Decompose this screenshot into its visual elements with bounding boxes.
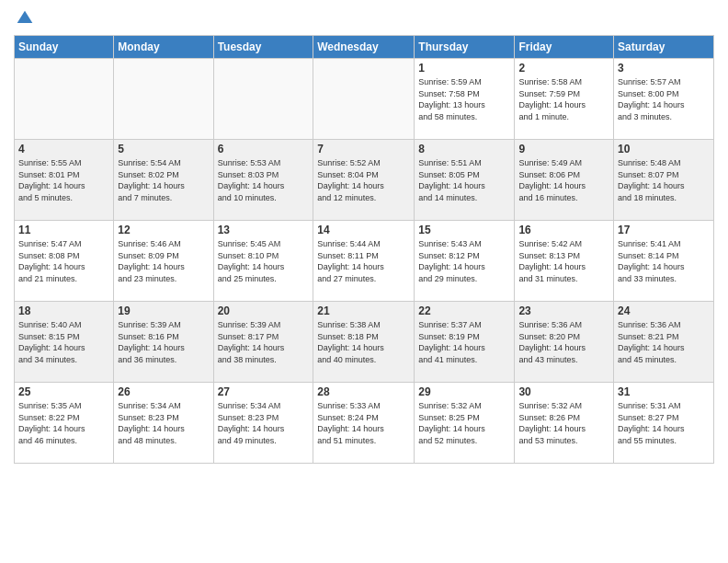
day-number: 21 [317, 304, 410, 317]
day-info: Sunrise: 5:39 AM Sunset: 8:16 PM Dayligh… [118, 319, 209, 365]
day-number: 19 [118, 304, 209, 317]
day-number: 12 [118, 224, 209, 236]
day-number: 24 [618, 304, 710, 317]
day-number: 11 [18, 224, 109, 236]
calendar-table: SundayMondayTuesdayWednesdayThursdayFrid… [14, 35, 714, 464]
col-header-sunday: Sunday [15, 36, 114, 59]
day-number: 4 [18, 143, 109, 155]
calendar-cell: 29Sunrise: 5:32 AM Sunset: 8:25 PM Dayli… [415, 383, 515, 464]
day-info: Sunrise: 5:37 AM Sunset: 8:19 PM Dayligh… [418, 319, 510, 365]
logo [14, 9, 34, 28]
day-number: 18 [18, 304, 109, 317]
day-number: 29 [418, 385, 510, 398]
calendar-cell [213, 59, 313, 140]
calendar-cell: 18Sunrise: 5:40 AM Sunset: 8:15 PM Dayli… [15, 302, 114, 383]
day-info: Sunrise: 5:47 AM Sunset: 8:08 PM Dayligh… [18, 238, 109, 284]
day-number: 8 [418, 143, 510, 155]
calendar-cell: 6Sunrise: 5:53 AM Sunset: 8:03 PM Daylig… [213, 140, 313, 221]
day-info: Sunrise: 5:55 AM Sunset: 8:01 PM Dayligh… [18, 157, 109, 203]
calendar-cell: 24Sunrise: 5:36 AM Sunset: 8:21 PM Dayli… [614, 302, 714, 383]
day-number: 16 [518, 224, 609, 236]
day-number: 15 [418, 224, 510, 236]
calendar-cell: 28Sunrise: 5:33 AM Sunset: 8:24 PM Dayli… [313, 383, 415, 464]
calendar-cell: 15Sunrise: 5:43 AM Sunset: 8:12 PM Dayli… [415, 221, 515, 302]
calendar-week-3: 11Sunrise: 5:47 AM Sunset: 8:08 PM Dayli… [15, 221, 714, 302]
calendar-cell: 3Sunrise: 5:57 AM Sunset: 8:00 PM Daylig… [614, 59, 714, 140]
calendar-week-4: 18Sunrise: 5:40 AM Sunset: 8:15 PM Dayli… [15, 302, 714, 383]
day-info: Sunrise: 5:46 AM Sunset: 8:09 PM Dayligh… [118, 238, 209, 284]
calendar-cell [313, 59, 415, 140]
col-header-friday: Friday [515, 36, 614, 59]
day-info: Sunrise: 5:53 AM Sunset: 8:03 PM Dayligh… [218, 157, 310, 203]
day-number: 28 [317, 385, 410, 398]
day-number: 26 [118, 385, 209, 398]
calendar-week-1: 1Sunrise: 5:59 AM Sunset: 7:58 PM Daylig… [15, 59, 714, 140]
day-info: Sunrise: 5:44 AM Sunset: 8:11 PM Dayligh… [317, 238, 410, 284]
day-info: Sunrise: 5:41 AM Sunset: 8:14 PM Dayligh… [618, 238, 710, 284]
day-info: Sunrise: 5:31 AM Sunset: 8:27 PM Dayligh… [618, 400, 710, 446]
logo-icon [16, 9, 34, 28]
day-info: Sunrise: 5:57 AM Sunset: 8:00 PM Dayligh… [618, 76, 710, 122]
day-info: Sunrise: 5:35 AM Sunset: 8:22 PM Dayligh… [18, 400, 109, 446]
calendar-cell: 12Sunrise: 5:46 AM Sunset: 8:09 PM Dayli… [114, 221, 213, 302]
day-number: 6 [218, 143, 310, 155]
day-number: 22 [418, 304, 510, 317]
calendar-cell: 23Sunrise: 5:36 AM Sunset: 8:20 PM Dayli… [515, 302, 614, 383]
calendar-cell: 25Sunrise: 5:35 AM Sunset: 8:22 PM Dayli… [15, 383, 114, 464]
day-number: 9 [518, 143, 609, 155]
calendar-cell: 9Sunrise: 5:49 AM Sunset: 8:06 PM Daylig… [515, 140, 614, 221]
calendar-cell: 17Sunrise: 5:41 AM Sunset: 8:14 PM Dayli… [614, 221, 714, 302]
calendar-cell: 4Sunrise: 5:55 AM Sunset: 8:01 PM Daylig… [15, 140, 114, 221]
day-info: Sunrise: 5:45 AM Sunset: 8:10 PM Dayligh… [218, 238, 310, 284]
day-number: 20 [218, 304, 310, 317]
calendar-cell: 1Sunrise: 5:59 AM Sunset: 7:58 PM Daylig… [415, 59, 515, 140]
day-number: 23 [518, 304, 609, 317]
day-info: Sunrise: 5:49 AM Sunset: 8:06 PM Dayligh… [518, 157, 609, 203]
day-info: Sunrise: 5:43 AM Sunset: 8:12 PM Dayligh… [418, 238, 510, 284]
day-number: 10 [618, 143, 710, 155]
day-number: 13 [218, 224, 310, 236]
calendar-cell: 10Sunrise: 5:48 AM Sunset: 8:07 PM Dayli… [614, 140, 714, 221]
calendar-cell: 11Sunrise: 5:47 AM Sunset: 8:08 PM Dayli… [15, 221, 114, 302]
calendar-week-2: 4Sunrise: 5:55 AM Sunset: 8:01 PM Daylig… [15, 140, 714, 221]
calendar-cell: 13Sunrise: 5:45 AM Sunset: 8:10 PM Dayli… [213, 221, 313, 302]
day-number: 2 [518, 62, 609, 75]
day-info: Sunrise: 5:34 AM Sunset: 8:23 PM Dayligh… [118, 400, 209, 446]
day-info: Sunrise: 5:52 AM Sunset: 8:04 PM Dayligh… [317, 157, 410, 203]
calendar-cell: 14Sunrise: 5:44 AM Sunset: 8:11 PM Dayli… [313, 221, 415, 302]
col-header-wednesday: Wednesday [313, 36, 415, 59]
calendar-cell: 7Sunrise: 5:52 AM Sunset: 8:04 PM Daylig… [313, 140, 415, 221]
day-number: 25 [18, 385, 109, 398]
calendar-cell: 16Sunrise: 5:42 AM Sunset: 8:13 PM Dayli… [515, 221, 614, 302]
col-header-tuesday: Tuesday [213, 36, 313, 59]
day-number: 17 [618, 224, 710, 236]
day-info: Sunrise: 5:36 AM Sunset: 8:20 PM Dayligh… [518, 319, 609, 365]
day-info: Sunrise: 5:32 AM Sunset: 8:25 PM Dayligh… [418, 400, 510, 446]
day-info: Sunrise: 5:34 AM Sunset: 8:23 PM Dayligh… [218, 400, 310, 446]
day-info: Sunrise: 5:42 AM Sunset: 8:13 PM Dayligh… [518, 238, 609, 284]
day-number: 30 [518, 385, 609, 398]
header [14, 9, 714, 28]
calendar-cell: 19Sunrise: 5:39 AM Sunset: 8:16 PM Dayli… [114, 302, 213, 383]
day-info: Sunrise: 5:59 AM Sunset: 7:58 PM Dayligh… [418, 76, 510, 122]
day-number: 5 [118, 143, 209, 155]
calendar-cell: 5Sunrise: 5:54 AM Sunset: 8:02 PM Daylig… [114, 140, 213, 221]
calendar-week-5: 25Sunrise: 5:35 AM Sunset: 8:22 PM Dayli… [15, 383, 714, 464]
calendar-header-row: SundayMondayTuesdayWednesdayThursdayFrid… [15, 36, 714, 59]
calendar-cell: 26Sunrise: 5:34 AM Sunset: 8:23 PM Dayli… [114, 383, 213, 464]
day-info: Sunrise: 5:48 AM Sunset: 8:07 PM Dayligh… [618, 157, 710, 203]
day-number: 3 [618, 62, 710, 75]
calendar-cell [114, 59, 213, 140]
day-info: Sunrise: 5:36 AM Sunset: 8:21 PM Dayligh… [618, 319, 710, 365]
day-info: Sunrise: 5:39 AM Sunset: 8:17 PM Dayligh… [218, 319, 310, 365]
day-number: 27 [218, 385, 310, 398]
svg-marker-0 [17, 11, 33, 23]
col-header-thursday: Thursday [415, 36, 515, 59]
day-info: Sunrise: 5:32 AM Sunset: 8:26 PM Dayligh… [518, 400, 609, 446]
day-number: 14 [317, 224, 410, 236]
day-number: 31 [618, 385, 710, 398]
day-info: Sunrise: 5:58 AM Sunset: 7:59 PM Dayligh… [518, 76, 609, 122]
calendar-cell: 31Sunrise: 5:31 AM Sunset: 8:27 PM Dayli… [614, 383, 714, 464]
calendar-cell: 30Sunrise: 5:32 AM Sunset: 8:26 PM Dayli… [515, 383, 614, 464]
col-header-monday: Monday [114, 36, 213, 59]
